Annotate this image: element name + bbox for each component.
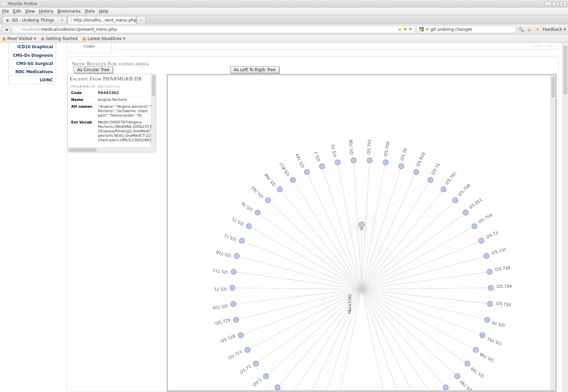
menu-view[interactable]: View (25, 9, 35, 14)
svg-point-82 (367, 158, 372, 163)
url-dropdown-icon[interactable]: ▼ (404, 27, 407, 31)
url-bar[interactable]: localhost/medicalcodes/src/present_menu.… (12, 26, 415, 33)
excerpt-scrollbar-horizontal[interactable] (68, 147, 156, 152)
menu-edit[interactable]: Edit (13, 9, 21, 14)
svg-text:I25.76: I25.76 (240, 201, 253, 212)
svg-rect-3 (422, 29, 424, 31)
site-identity-icon[interactable] (15, 27, 19, 32)
nav-cms-sg[interactable]: CMS-SG Surgical (9, 59, 56, 67)
tab-close-icon[interactable]: × (61, 18, 64, 23)
svg-text:I25.71: I25.71 (223, 233, 237, 242)
scrollbar-thumb[interactable] (152, 76, 155, 96)
binoculars-icon[interactable]: 🔍 (518, 26, 524, 32)
search-engine-dropdown-icon[interactable]: ▼ (426, 28, 428, 31)
bm-most-visited[interactable]: ▣Most Visited▼ (2, 36, 36, 41)
left-nav: ICD10 Graphical CMS-Dx Diagnosis CMS-SG … (8, 43, 56, 84)
svg-text:I25.791: I25.791 (486, 336, 502, 346)
tab-localhost[interactable]: http://localho...sent_menu.php × (68, 16, 136, 24)
excerpt-scrollbar-vertical[interactable] (151, 74, 156, 147)
bookmark-star-icon[interactable]: ★ (398, 27, 402, 32)
search-bar[interactable]: ▼ git undoing changes (417, 26, 516, 33)
home-icon[interactable]: ⌂ (526, 26, 532, 32)
nav-loinc[interactable]: LOINC (9, 76, 56, 84)
svg-line-144 (362, 225, 419, 390)
tabstrip: ◆ Git - Undoing Things × http://localho.… (0, 15, 568, 24)
svg-text:I25.759: I25.759 (477, 213, 493, 224)
scrollbar-thumb[interactable] (69, 148, 96, 152)
svg-text:I25.811: I25.811 (468, 197, 483, 210)
svg-line-33 (241, 225, 361, 335)
svg-text:I25.728: I25.728 (220, 334, 236, 344)
svg-text:I25.738: I25.738 (495, 265, 511, 272)
svg-point-124 (485, 317, 490, 322)
bookmarks-toolbar: ▣Most Visited▼ ◉Getting Started ▣Latest … (0, 35, 568, 43)
svg-line-120 (362, 225, 490, 304)
menu-file[interactable]: File (2, 9, 9, 14)
decorative-icon (533, 43, 542, 46)
svg-text:I25.729: I25.729 (215, 317, 231, 326)
bm-latest-headlines[interactable]: ▣Latest Headlines▼ (82, 36, 126, 41)
excerpt-row-altnames: Alt names"Angina","Angina pectoris","Ang… (70, 103, 151, 119)
svg-line-111 (362, 225, 487, 256)
svg-text:I25.769: I25.769 (295, 153, 306, 169)
results-card: Show Results For stenocardia As Circular… (67, 56, 558, 392)
window-maximize-button[interactable]: ▢ (552, 1, 559, 6)
svg-point-34 (238, 332, 243, 338)
svg-text:I25.731: I25.731 (491, 247, 507, 256)
svg-line-54 (249, 225, 362, 226)
svg-point-55 (246, 224, 251, 229)
nav-icd10-graphical[interactable]: ICD10 Graphical (9, 43, 56, 51)
new-tab-button[interactable]: + (137, 16, 146, 24)
svg-point-61 (265, 198, 270, 203)
svg-text:I25.768: I25.768 (264, 172, 277, 187)
search-field[interactable] (115, 43, 558, 50)
svg-text:I20.9: I20.9 (264, 389, 275, 390)
circular-tree-button[interactable]: As Circular Tree (74, 66, 113, 73)
page-scrollbar-vertical[interactable] (563, 43, 568, 392)
menu-tools[interactable]: Tools (85, 9, 95, 14)
svg-text:I25.70: I25.70 (330, 144, 338, 157)
svg-line-84 (362, 162, 386, 225)
svg-line-105 (362, 225, 475, 226)
graph-scrollbar-vertical[interactable] (551, 75, 555, 390)
back-button[interactable]: ◄ (2, 26, 10, 33)
radial-tree-svg[interactable]: #PA443362I25.119I25.110I20.8I20I20.9I20.… (168, 75, 555, 390)
svg-line-75 (338, 162, 361, 225)
svg-point-85 (383, 160, 388, 165)
svg-text:I25.751: I25.751 (444, 171, 458, 186)
sync-icon[interactable]: ☀ (534, 26, 541, 32)
tab-git-undoing[interactable]: ◆ Git - Undoing Things × (2, 16, 67, 24)
svg-point-76 (335, 160, 340, 165)
svg-text:I25.70: I25.70 (399, 148, 408, 161)
window-minimize-button[interactable]: _ (545, 1, 552, 6)
search-tab-codes[interactable]: Codes (67, 43, 111, 53)
feedback-button[interactable]: Feedback▼ (543, 27, 566, 32)
nav-cms-dx[interactable]: CMS-Dx Diagnosis (9, 51, 56, 59)
svg-text:I20.1: I20.1 (252, 377, 262, 388)
svg-text:I25.73: I25.73 (485, 230, 499, 239)
google-icon[interactable] (419, 27, 424, 32)
svg-point-91 (414, 170, 419, 175)
window-close-button[interactable]: × (560, 1, 567, 6)
svg-text:I25.790: I25.790 (459, 379, 474, 390)
scrollbar-thumb[interactable] (552, 77, 555, 97)
scrollbar-thumb[interactable] (564, 46, 567, 94)
svg-point-37 (234, 317, 239, 322)
menu-bookmarks[interactable]: Bookmarks (58, 9, 81, 14)
svg-point-52 (239, 238, 245, 243)
svg-point-67 (290, 177, 295, 182)
lr-tree-button[interactable]: As Left To Rigth Tree (230, 66, 279, 73)
svg-point-136 (454, 374, 460, 379)
nav-ndc[interactable]: NDC Medications (9, 67, 56, 76)
svg-line-30 (248, 225, 362, 350)
svg-text:I25.75: I25.75 (430, 162, 441, 176)
svg-text:I25.730: I25.730 (496, 301, 511, 308)
menu-history[interactable]: History (39, 9, 54, 14)
bm-getting-started[interactable]: ◉Getting Started (41, 36, 77, 41)
menu-help[interactable]: Help (99, 9, 108, 14)
svg-point-25 (263, 374, 268, 379)
reload-icon[interactable]: ⟳ (409, 27, 412, 32)
svg-line-63 (280, 189, 361, 224)
graph-panel[interactable]: #PA443362I25.119I25.110I20.8I20I20.9I20.… (167, 74, 557, 392)
svg-point-88 (399, 164, 404, 169)
